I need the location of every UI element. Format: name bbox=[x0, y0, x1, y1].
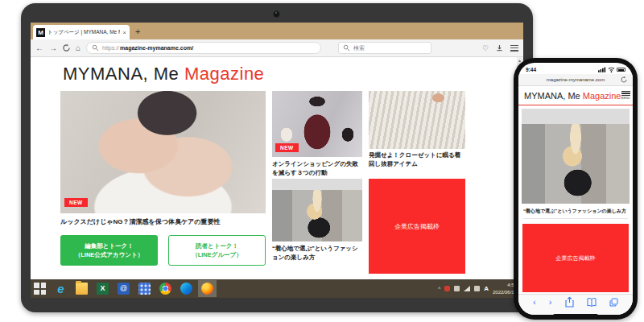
search-icon bbox=[343, 44, 350, 52]
phone-reload-icon[interactable] bbox=[621, 76, 627, 83]
mail-icon[interactable]: @ bbox=[118, 283, 130, 295]
system-tray: ^ A 4:53 2022/06/18 bbox=[438, 282, 520, 296]
reload-icon[interactable] bbox=[63, 44, 70, 52]
article-image-shopping[interactable]: NEW bbox=[272, 91, 362, 157]
ad-placeholder-label: 企業広告掲載枠 bbox=[394, 222, 440, 231]
phone-url-text: magazine-mymaname.com bbox=[547, 77, 605, 82]
excel-icon[interactable]: X bbox=[97, 283, 109, 295]
new-badge: NEW bbox=[275, 143, 299, 152]
network-icon[interactable] bbox=[464, 286, 470, 291]
phone-url-bar[interactable]: magazine-mymaname.com bbox=[518, 74, 633, 86]
firefox-icon bbox=[201, 283, 213, 295]
page-title: MYMANA, Me Magazine bbox=[63, 64, 264, 85]
article-title-closet[interactable]: 発掘せよ！クローゼットに眠る着回し抜群アイテム bbox=[369, 151, 465, 169]
article-title-fashion[interactable]: “着心地で選ぶ”というファッションの楽しみ方 bbox=[272, 245, 362, 262]
tab-close-icon[interactable]: × bbox=[122, 29, 126, 36]
new-tab-button[interactable]: + bbox=[135, 27, 140, 36]
file-explorer-icon[interactable] bbox=[76, 283, 88, 295]
phone-safari-toolbar: ‹ › bbox=[518, 294, 633, 315]
phone-site-title-red: Magazine bbox=[583, 91, 621, 101]
home-icon[interactable]: ⌂ bbox=[76, 44, 80, 52]
browser-navbar: ← → ⌂ https:// magazine-mymaname.com/ bbox=[31, 39, 523, 57]
line-group-button-line1: 読者とトーク！ bbox=[196, 242, 238, 250]
search-icon bbox=[92, 44, 99, 52]
phone-back-icon[interactable]: ‹ bbox=[533, 298, 536, 307]
tray-app-icon[interactable] bbox=[444, 286, 450, 291]
address-bar[interactable]: https:// magazine-mymaname.com/ bbox=[86, 42, 321, 54]
navbar-right-icons: ♡ bbox=[482, 44, 518, 52]
phone-site-header: MYMANA, Me Magazine MENU bbox=[518, 86, 633, 105]
laptop-screen: M トップページ | MYMANA, Me M… × + ← → ⌂ https… bbox=[31, 23, 523, 298]
apps-grid-icon[interactable] bbox=[138, 283, 151, 295]
phone-status-bar: 9:44 bbox=[518, 64, 633, 74]
forward-icon[interactable]: → bbox=[49, 44, 57, 52]
laptop-device: M トップページ | MYMANA, Me M… × + ← → ⌂ https… bbox=[21, 3, 533, 312]
firefox-active-task[interactable] bbox=[198, 280, 217, 297]
phone-article-title[interactable]: “着心地で選ぶ”というファッションの楽しみ方 bbox=[523, 208, 628, 215]
ime-indicator[interactable]: A bbox=[484, 285, 489, 292]
article-image-closet[interactable] bbox=[369, 91, 465, 149]
home-indicator[interactable] bbox=[553, 314, 598, 317]
phone-article-image[interactable] bbox=[522, 109, 630, 204]
phone-menu-button[interactable]: MENU bbox=[621, 91, 630, 101]
tray-power-icon[interactable] bbox=[454, 286, 460, 291]
internet-explorer-icon[interactable]: e bbox=[55, 283, 67, 295]
phone-site-title: MYMANA, Me Magazine bbox=[524, 91, 621, 101]
featured-article-image[interactable]: NEW bbox=[60, 91, 266, 213]
tabs-icon[interactable] bbox=[609, 298, 618, 307]
article-title-shopping[interactable]: オンラインショッピングの失敗を減らす３つの行動 bbox=[272, 160, 362, 178]
menu-icon[interactable] bbox=[510, 45, 518, 52]
phone-menu-label: MENU bbox=[621, 97, 630, 100]
back-icon[interactable]: ← bbox=[35, 44, 43, 52]
divider bbox=[523, 218, 628, 219]
phone-status-icons bbox=[598, 67, 625, 72]
phone-forward-icon[interactable]: › bbox=[549, 298, 552, 307]
phone-status-time: 9:44 bbox=[526, 67, 536, 72]
search-placeholder: 検索 bbox=[353, 44, 365, 52]
share-icon[interactable] bbox=[565, 297, 574, 308]
article-image-fashion[interactable] bbox=[272, 179, 362, 242]
page-title-black: MYMANA, Me bbox=[63, 64, 184, 84]
line-official-button-line2: （LINE公式アカウント） bbox=[75, 250, 143, 259]
wifi-icon bbox=[608, 67, 615, 72]
url-scheme: https:// bbox=[102, 45, 119, 51]
search-box[interactable]: 検索 bbox=[338, 42, 431, 54]
featured-article-title[interactable]: ルックスだけじゃNG？清潔感を保つ体臭ケアの重要性 bbox=[60, 217, 266, 227]
page-title-red: Magazine bbox=[184, 64, 264, 84]
phone-ad-placeholder-label: 企業広告掲載枠 bbox=[556, 254, 596, 262]
volume-icon[interactable] bbox=[474, 286, 480, 291]
tray-expand-icon[interactable]: ^ bbox=[438, 286, 440, 291]
line-official-button-line1: 編集部とトーク！ bbox=[85, 242, 134, 250]
site-favicon: M bbox=[36, 28, 45, 37]
battery-icon bbox=[617, 68, 625, 72]
webcam bbox=[273, 10, 280, 18]
webpage-content: MYMANA, Me Magazine NEW ルックスだけじゃNG？清潔感を保… bbox=[31, 57, 523, 279]
download-icon[interactable] bbox=[496, 44, 503, 52]
start-button-icon[interactable] bbox=[34, 283, 46, 295]
phone-device: 9:44 magazine-mymaname.com bbox=[514, 58, 638, 320]
browser-tab[interactable]: M トップページ | MYMANA, Me M… × bbox=[33, 25, 130, 39]
line-official-button[interactable]: 編集部とトーク！ （LINE公式アカウント） bbox=[60, 235, 158, 266]
bookmark-icon[interactable]: ♡ bbox=[482, 44, 489, 52]
bookmarks-icon[interactable] bbox=[587, 298, 597, 307]
chrome-icon[interactable] bbox=[159, 283, 171, 295]
line-group-button-line2: （LINEグループ） bbox=[192, 250, 242, 259]
tab-title: トップページ | MYMANA, Me M… bbox=[47, 29, 120, 36]
line-group-button[interactable]: 読者とトーク！ （LINEグループ） bbox=[168, 235, 266, 266]
phone-site-title-black: MYMANA, Me bbox=[524, 91, 583, 101]
cellular-signal-icon bbox=[598, 67, 606, 72]
url-host: magazine-mymaname.com/ bbox=[120, 45, 193, 51]
windows-taskbar: e X @ ^ A 4:53 2022/06/18 bbox=[31, 279, 523, 298]
phone-screen: 9:44 magazine-mymaname.com bbox=[518, 63, 633, 315]
ad-placeholder-box[interactable]: 企業広告掲載枠 bbox=[369, 179, 465, 274]
edge-icon[interactable] bbox=[180, 283, 192, 295]
new-badge: NEW bbox=[64, 198, 88, 207]
browser-tab-strip: M トップページ | MYMANA, Me M… × + bbox=[31, 23, 523, 39]
phone-ad-placeholder-box[interactable]: 企業広告掲載枠 bbox=[522, 224, 629, 292]
